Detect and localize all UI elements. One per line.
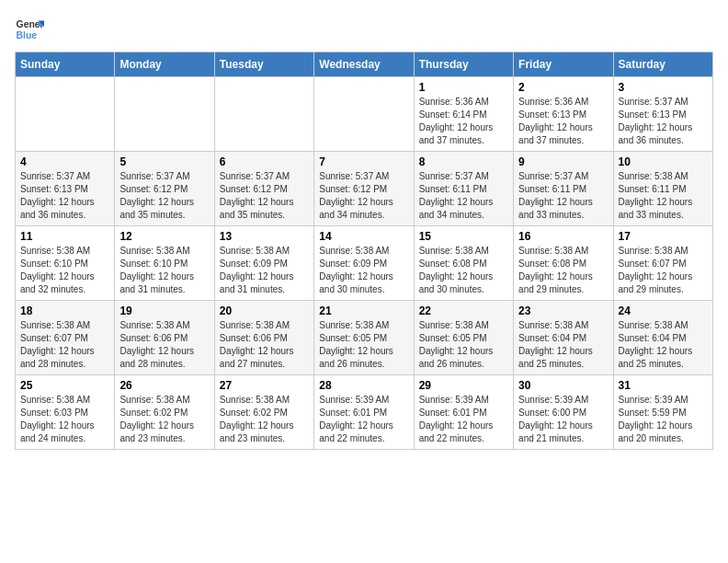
day-number: 18 [20,304,109,317]
day-number: 24 [619,304,708,317]
calendar-body: 1Sunrise: 5:36 AM Sunset: 6:14 PM Daylig… [16,77,713,450]
day-info: Sunrise: 5:37 AM Sunset: 6:12 PM Dayligh… [319,170,408,222]
day-info: Sunrise: 5:37 AM Sunset: 6:12 PM Dayligh… [220,170,309,222]
day-number: 30 [518,379,608,392]
day-info: Sunrise: 5:38 AM Sunset: 6:05 PM Dayligh… [319,319,408,371]
day-info: Sunrise: 5:39 AM Sunset: 6:00 PM Dayligh… [518,394,608,445]
calendar-cell: 30Sunrise: 5:39 AM Sunset: 6:00 PM Dayli… [514,375,613,450]
calendar-cell: 16Sunrise: 5:38 AM Sunset: 6:08 PM Dayli… [514,226,613,301]
calendar-cell: 29Sunrise: 5:39 AM Sunset: 6:01 PM Dayli… [414,375,513,450]
day-info: Sunrise: 5:38 AM Sunset: 6:04 PM Dayligh… [518,319,608,371]
day-info: Sunrise: 5:37 AM Sunset: 6:11 PM Dayligh… [518,170,608,222]
day-info: Sunrise: 5:38 AM Sunset: 6:02 PM Dayligh… [220,394,309,445]
day-number: 11 [20,230,109,243]
day-info: Sunrise: 5:38 AM Sunset: 6:03 PM Dayligh… [20,394,109,445]
day-info: Sunrise: 5:38 AM Sunset: 6:02 PM Dayligh… [119,394,209,445]
header-cell-thursday: Thursday [414,52,513,77]
day-info: Sunrise: 5:37 AM Sunset: 6:13 PM Dayligh… [619,96,708,147]
week-row-2: 4Sunrise: 5:37 AM Sunset: 6:13 PM Daylig… [16,152,713,226]
header-cell-wednesday: Wednesday [314,52,414,77]
week-row-5: 25Sunrise: 5:38 AM Sunset: 6:03 PM Dayli… [16,375,713,450]
calendar-cell: 13Sunrise: 5:38 AM Sunset: 6:09 PM Dayli… [214,226,313,301]
week-row-1: 1Sunrise: 5:36 AM Sunset: 6:14 PM Daylig… [16,77,713,152]
page-header: General Blue [15,15,713,44]
calendar-cell: 19Sunrise: 5:38 AM Sunset: 6:06 PM Dayli… [115,301,214,375]
calendar-cell: 11Sunrise: 5:38 AM Sunset: 6:10 PM Dayli… [16,226,115,301]
day-info: Sunrise: 5:36 AM Sunset: 6:13 PM Dayligh… [518,96,608,147]
calendar-cell: 4Sunrise: 5:37 AM Sunset: 6:13 PM Daylig… [16,152,115,226]
calendar-cell: 26Sunrise: 5:38 AM Sunset: 6:02 PM Dayli… [115,375,214,450]
calendar-cell [214,77,313,152]
day-number: 31 [619,379,708,392]
logo-icon: General Blue [15,15,44,44]
day-info: Sunrise: 5:38 AM Sunset: 6:07 PM Dayligh… [20,319,109,371]
calendar-cell: 3Sunrise: 5:37 AM Sunset: 6:13 PM Daylig… [613,77,712,152]
day-info: Sunrise: 5:39 AM Sunset: 6:01 PM Dayligh… [419,394,508,445]
day-info: Sunrise: 5:38 AM Sunset: 6:10 PM Dayligh… [119,245,209,296]
week-row-3: 11Sunrise: 5:38 AM Sunset: 6:10 PM Dayli… [16,226,713,301]
header-cell-monday: Monday [115,52,214,77]
day-number: 15 [419,230,508,243]
header-cell-friday: Friday [514,52,613,77]
calendar-cell [115,77,214,152]
day-info: Sunrise: 5:36 AM Sunset: 6:14 PM Dayligh… [419,96,508,147]
day-number: 20 [220,304,309,317]
day-number: 13 [220,230,309,243]
calendar-cell: 14Sunrise: 5:38 AM Sunset: 6:09 PM Dayli… [314,226,414,301]
calendar-cell: 12Sunrise: 5:38 AM Sunset: 6:10 PM Dayli… [115,226,214,301]
calendar-cell: 20Sunrise: 5:38 AM Sunset: 6:06 PM Dayli… [214,301,313,375]
calendar-cell: 23Sunrise: 5:38 AM Sunset: 6:04 PM Dayli… [514,301,613,375]
day-number: 4 [20,155,109,168]
day-info: Sunrise: 5:38 AM Sunset: 6:04 PM Dayligh… [619,319,708,371]
day-number: 10 [619,155,708,168]
calendar-cell: 24Sunrise: 5:38 AM Sunset: 6:04 PM Dayli… [613,301,712,375]
day-number: 27 [220,379,309,392]
logo: General Blue [15,15,44,44]
day-number: 28 [319,379,408,392]
day-number: 3 [619,81,708,94]
day-number: 21 [319,304,408,317]
day-number: 19 [119,304,209,317]
day-number: 23 [518,304,608,317]
week-row-4: 18Sunrise: 5:38 AM Sunset: 6:07 PM Dayli… [16,301,713,375]
day-info: Sunrise: 5:37 AM Sunset: 6:13 PM Dayligh… [20,170,109,222]
day-info: Sunrise: 5:38 AM Sunset: 6:10 PM Dayligh… [20,245,109,296]
day-number: 8 [419,155,508,168]
calendar-cell: 21Sunrise: 5:38 AM Sunset: 6:05 PM Dayli… [314,301,414,375]
day-info: Sunrise: 5:38 AM Sunset: 6:08 PM Dayligh… [419,245,508,296]
day-number: 17 [619,230,708,243]
calendar-cell: 8Sunrise: 5:37 AM Sunset: 6:11 PM Daylig… [414,152,513,226]
calendar-cell: 27Sunrise: 5:38 AM Sunset: 6:02 PM Dayli… [214,375,313,450]
day-number: 16 [518,230,608,243]
calendar-cell: 31Sunrise: 5:39 AM Sunset: 5:59 PM Dayli… [613,375,712,450]
calendar-cell: 22Sunrise: 5:38 AM Sunset: 6:05 PM Dayli… [414,301,513,375]
day-info: Sunrise: 5:39 AM Sunset: 6:01 PM Dayligh… [319,394,408,445]
header-cell-saturday: Saturday [613,52,712,77]
day-info: Sunrise: 5:38 AM Sunset: 6:09 PM Dayligh… [220,245,309,296]
header-row: SundayMondayTuesdayWednesdayThursdayFrid… [16,52,713,77]
calendar-cell: 9Sunrise: 5:37 AM Sunset: 6:11 PM Daylig… [514,152,613,226]
calendar-cell: 28Sunrise: 5:39 AM Sunset: 6:01 PM Dayli… [314,375,414,450]
day-number: 29 [419,379,508,392]
calendar-cell: 18Sunrise: 5:38 AM Sunset: 6:07 PM Dayli… [16,301,115,375]
day-number: 22 [419,304,508,317]
day-number: 25 [20,379,109,392]
day-number: 14 [319,230,408,243]
calendar-cell: 17Sunrise: 5:38 AM Sunset: 6:07 PM Dayli… [613,226,712,301]
calendar-cell [314,77,414,152]
day-info: Sunrise: 5:38 AM Sunset: 6:07 PM Dayligh… [619,245,708,296]
day-number: 6 [220,155,309,168]
calendar-cell: 15Sunrise: 5:38 AM Sunset: 6:08 PM Dayli… [414,226,513,301]
day-info: Sunrise: 5:37 AM Sunset: 6:12 PM Dayligh… [119,170,209,222]
day-info: Sunrise: 5:38 AM Sunset: 6:05 PM Dayligh… [419,319,508,371]
day-number: 2 [518,81,608,94]
day-info: Sunrise: 5:38 AM Sunset: 6:06 PM Dayligh… [220,319,309,371]
day-info: Sunrise: 5:38 AM Sunset: 6:08 PM Dayligh… [518,245,608,296]
calendar-cell: 10Sunrise: 5:38 AM Sunset: 6:11 PM Dayli… [613,152,712,226]
day-info: Sunrise: 5:38 AM Sunset: 6:06 PM Dayligh… [119,319,209,371]
day-number: 1 [419,81,508,94]
header-cell-sunday: Sunday [16,52,115,77]
calendar-cell: 6Sunrise: 5:37 AM Sunset: 6:12 PM Daylig… [214,152,313,226]
day-info: Sunrise: 5:37 AM Sunset: 6:11 PM Dayligh… [419,170,508,222]
day-number: 7 [319,155,408,168]
